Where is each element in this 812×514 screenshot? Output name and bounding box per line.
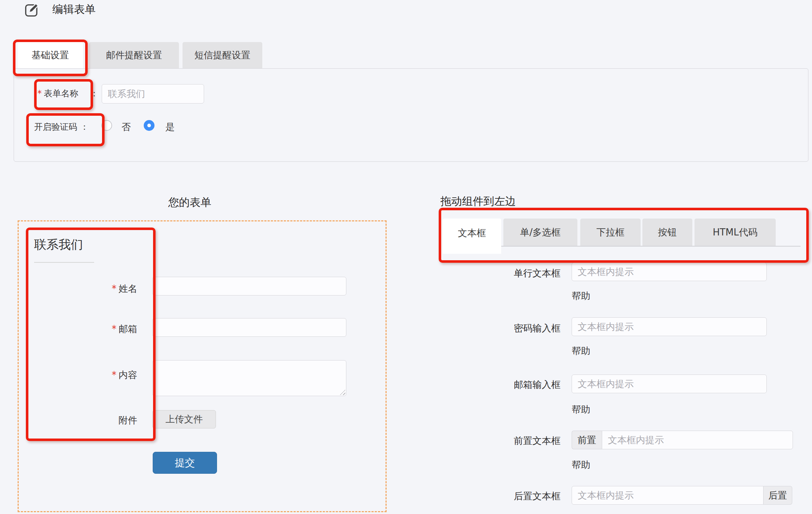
captcha-yes-label[interactable]: 是 [165, 121, 175, 133]
palette-tab-dropdown[interactable]: 下拉框 [580, 219, 641, 246]
form-name-input[interactable] [102, 84, 204, 104]
component-prepend-group[interactable]: 前置 [572, 431, 793, 449]
component-prepend-input[interactable] [602, 431, 793, 449]
tab-basic-settings[interactable]: 基础设置 [18, 42, 83, 68]
preview-form-title: 联系我们 [34, 237, 83, 253]
component-help-password: 帮助 [572, 345, 590, 357]
component-label-prepend: 前置文本框 [485, 435, 560, 447]
component-label-password: 密码输入框 [485, 322, 560, 335]
captcha-label: 开启验证码 ： [34, 121, 89, 133]
form-name-colon: ： [90, 88, 98, 99]
palette-tab-checkbox[interactable]: 单/多选框 [503, 219, 577, 246]
component-help-singleline: 帮助 [572, 290, 590, 302]
name-field-input[interactable] [152, 277, 346, 295]
component-label-append: 后置文本框 [485, 490, 560, 502]
tab-sms-notify-settings[interactable]: 短信提醒设置 [183, 42, 262, 68]
palette-heading: 拖动组件到左边 [440, 194, 516, 209]
component-password-input[interactable] [572, 317, 767, 336]
component-singleline-input[interactable] [572, 262, 767, 281]
prepend-addon: 前置 [572, 431, 602, 449]
palette-tab-button[interactable]: 按钮 [642, 219, 692, 246]
component-help-prepend: 帮助 [572, 459, 590, 471]
palette-tab-htmlcode[interactable]: HTML代码 [695, 219, 776, 246]
content-field-label: *内容 [65, 369, 137, 381]
basic-settings-panel [14, 68, 808, 162]
form-editor-page: 编辑表单 基础设置 邮件提醒设置 短信提醒设置 *表单名称 ： 开启验证码 ： … [0, 0, 812, 514]
component-label-singleline: 单行文本框 [485, 267, 560, 280]
preview-heading: 您的表单 [168, 195, 211, 210]
captcha-no-label[interactable]: 否 [121, 121, 131, 133]
captcha-yes-radio[interactable] [144, 120, 154, 131]
tab-email-notify-settings[interactable]: 邮件提醒设置 [89, 42, 179, 68]
name-field-label: *姓名 [65, 283, 137, 295]
email-field-input[interactable] [152, 318, 346, 337]
upload-file-button[interactable]: 上传文件 [152, 410, 216, 428]
palette-tab-textbox[interactable]: 文本框 [443, 219, 501, 254]
append-addon: 后置 [763, 486, 792, 505]
required-mark: * [37, 88, 42, 98]
page-title: 编辑表单 [52, 2, 96, 17]
component-email-input[interactable] [572, 375, 767, 393]
form-name-label: *表单名称 [37, 88, 78, 99]
email-field-label: *邮箱 [65, 323, 137, 335]
attachment-field-label: 附件 [65, 414, 137, 427]
component-label-email: 邮箱输入框 [485, 378, 560, 391]
component-append-group[interactable]: 后置 [572, 486, 792, 505]
form-title-divider [34, 262, 94, 263]
content-field-textarea[interactable] [152, 360, 346, 396]
captcha-no-radio[interactable] [101, 120, 112, 131]
edit-icon [24, 3, 39, 18]
submit-button[interactable]: 提交 [153, 452, 217, 474]
component-append-input[interactable] [572, 486, 763, 505]
component-help-email: 帮助 [572, 403, 590, 416]
